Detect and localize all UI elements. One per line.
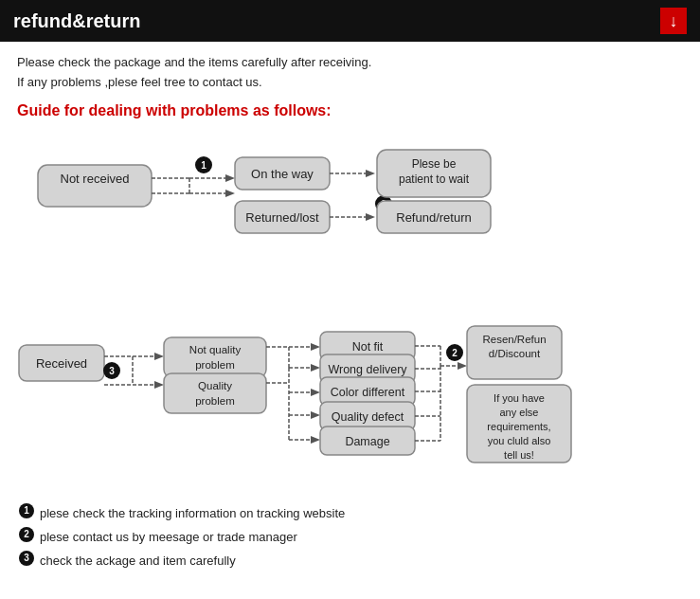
note-item-1: 1 plese check the tracking information o… bbox=[19, 502, 681, 524]
svg-marker-49 bbox=[311, 364, 320, 372]
header-arrow-icon: ↓ bbox=[660, 8, 687, 34]
svg-marker-57 bbox=[311, 436, 320, 444]
diagram2: Received 3 Not quality problem Quality p… bbox=[0, 262, 700, 489]
svg-marker-35 bbox=[154, 353, 164, 360]
svg-text:1: 1 bbox=[201, 160, 206, 171]
svg-marker-53 bbox=[311, 389, 320, 396]
note-num-1: 1 bbox=[19, 503, 34, 518]
svg-text:Damage: Damage bbox=[345, 435, 389, 448]
svg-text:problem: problem bbox=[195, 359, 235, 371]
header-title: refund&return bbox=[13, 10, 140, 32]
svg-text:any else: any else bbox=[500, 407, 539, 418]
svg-marker-9 bbox=[225, 190, 235, 197]
svg-text:3: 3 bbox=[109, 366, 115, 376]
note-num-3: 3 bbox=[19, 551, 34, 566]
note-text-2: plese contact us by meesage or trade man… bbox=[40, 526, 297, 548]
svg-marker-55 bbox=[311, 411, 320, 419]
guide-heading: Guide for dealing with problems as follo… bbox=[0, 97, 700, 129]
intro-line2: If any problems ,plese feel tree to cont… bbox=[17, 73, 683, 93]
svg-text:Resen/Refun: Resen/Refun bbox=[482, 334, 546, 345]
svg-marker-37 bbox=[154, 381, 164, 389]
svg-text:If you have: If you have bbox=[494, 392, 545, 404]
svg-text:Quality defect: Quality defect bbox=[332, 410, 404, 424]
svg-marker-19 bbox=[366, 213, 375, 221]
note-text-3: check the ackage and item carefully bbox=[40, 550, 236, 572]
svg-text:tell us!: tell us! bbox=[504, 449, 534, 461]
intro-section: Please check the package and the items c… bbox=[0, 42, 700, 97]
svg-text:Not fit: Not fit bbox=[352, 340, 384, 354]
diagram1: Not received 1 On the way Returned/lost … bbox=[0, 129, 700, 262]
svg-text:d/Discount: d/Discount bbox=[489, 348, 541, 359]
svg-text:Not quality: Not quality bbox=[189, 344, 242, 355]
svg-text:Returned/lost: Returned/lost bbox=[245, 210, 319, 225]
svg-text:Wrong delivery: Wrong delivery bbox=[328, 363, 407, 376]
svg-text:Color different: Color different bbox=[331, 386, 405, 399]
diagram1-svg: Not received 1 On the way Returned/lost … bbox=[9, 129, 682, 252]
svg-text:2: 2 bbox=[452, 348, 458, 358]
note-item-3: 3 check the ackage and item carefully bbox=[19, 550, 681, 572]
svg-text:Received: Received bbox=[36, 356, 87, 371]
note-num-2: 2 bbox=[19, 527, 34, 542]
svg-text:Refund/return: Refund/return bbox=[396, 210, 472, 225]
header: refund&return ↓ bbox=[0, 0, 700, 42]
note-item-2: 2 plese contact us by meesage or trade m… bbox=[19, 526, 681, 548]
intro-line1: Please check the package and the items c… bbox=[17, 53, 683, 73]
svg-text:Quality: Quality bbox=[198, 380, 232, 391]
svg-text:requirements,: requirements, bbox=[487, 421, 550, 432]
svg-text:problem: problem bbox=[195, 395, 235, 407]
diagram2-svg: Received 3 Not quality problem Quality p… bbox=[9, 262, 682, 480]
svg-marker-47 bbox=[311, 343, 320, 351]
svg-text:Not received: Not received bbox=[61, 172, 130, 186]
svg-text:patient to wait: patient to wait bbox=[399, 172, 470, 186]
svg-text:you cluld also: you cluld also bbox=[488, 435, 551, 446]
notes-section: 1 plese check the tracking information o… bbox=[0, 489, 700, 584]
note-text-1: plese check the tracking information on … bbox=[40, 502, 345, 524]
svg-marker-17 bbox=[366, 170, 375, 177]
svg-text:Plese be: Plese be bbox=[412, 157, 457, 171]
svg-text:On the way: On the way bbox=[251, 167, 314, 181]
svg-marker-5 bbox=[225, 174, 235, 182]
svg-marker-76 bbox=[458, 362, 467, 370]
